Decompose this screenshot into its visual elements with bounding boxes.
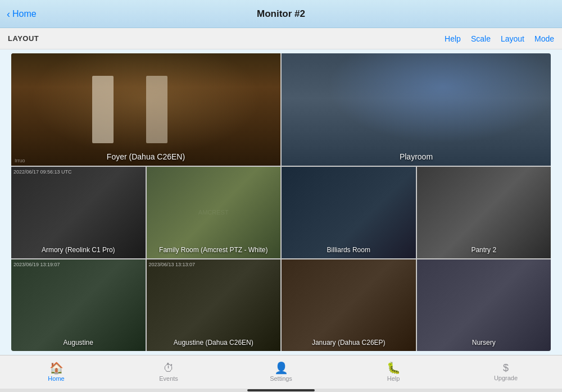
camera-label-pantry: Pantry 2 (417, 246, 551, 254)
camera-augustine2[interactable]: 2023/06/13 13:13:07 Augustine (Dahua C26… (147, 259, 281, 351)
camera-label-augustine2: Augustine (Dahua C26EN) (147, 339, 281, 347)
nav-label-events: Events (159, 375, 178, 382)
home-indicator-bar (247, 389, 315, 391)
camera-timestamp-armory: 2022/06/17 09:56:13 UTC (13, 169, 72, 175)
nav-item-upgrade[interactable]: $ Upgrade (450, 363, 562, 381)
scale-action[interactable]: Scale (471, 34, 491, 43)
camera-row-3: 2023/06/19 13:19:07 Augustine 2023/06/13… (11, 259, 551, 351)
camera-augustine1[interactable]: 2023/06/19 13:19:07 Augustine (11, 259, 146, 351)
camera-label-family: Family Room (Amcrest PTZ - White) (147, 246, 281, 254)
bottom-nav: 🏠 Home ⏱ Events 👤 Settings 🐛 Help $ Upgr… (0, 355, 562, 389)
layout-action[interactable]: Layout (501, 34, 524, 43)
camera-foyer[interactable]: Irruo Foyer (Dahua C26EN) (11, 53, 280, 166)
nav-label-upgrade: Upgrade (494, 375, 518, 381)
nav-label-settings: Settings (270, 375, 292, 382)
mode-action[interactable]: Mode (534, 34, 554, 43)
layout-actions: Help Scale Layout Mode (445, 34, 554, 43)
camera-watermark-family: AMCREST (198, 209, 229, 216)
nav-item-home[interactable]: 🏠 Home (0, 362, 112, 382)
camera-label-nursery: Nursery (417, 339, 551, 347)
camera-january[interactable]: January (Dahua C26EP) (282, 259, 416, 351)
nav-label-help: Help (387, 375, 400, 382)
camera-label-playroom: Playroom (282, 152, 551, 161)
upgrade-icon: $ (503, 363, 509, 373)
layout-label: LAYOUT (8, 34, 39, 43)
camera-label-foyer: Foyer (Dahua C26EN) (11, 152, 280, 161)
camera-row-1: Irruo Foyer (Dahua C26EN) Playroom (11, 53, 551, 166)
camera-label-armory: Armory (Reolink C1 Pro) (11, 246, 146, 254)
page-title: Monitor #2 (257, 8, 305, 20)
camera-pantry[interactable]: Pantry 2 (417, 167, 551, 258)
back-label: Home (12, 9, 37, 19)
help-action[interactable]: Help (445, 34, 461, 43)
camera-timestamp-augustine1: 2023/06/19 13:19:07 (13, 262, 60, 267)
nav-item-settings[interactable]: 👤 Settings (225, 362, 337, 382)
help-icon: 🐛 (387, 362, 401, 373)
home-icon: 🏠 (49, 362, 64, 373)
nav-item-help[interactable]: 🐛 Help (337, 362, 450, 382)
camera-playroom[interactable]: Playroom (282, 53, 551, 166)
layout-bar: LAYOUT Help Scale Layout Mode (0, 28, 562, 49)
camera-timestamp-augustine2: 2023/06/13 13:13:07 (149, 262, 196, 267)
top-bar: ‹ Home Monitor #2 (0, 0, 562, 28)
camera-armory[interactable]: 2022/06/17 09:56:13 UTC Armory (Reolink … (11, 167, 146, 258)
events-icon: ⏱ (163, 362, 174, 373)
camera-billiards[interactable]: Billiards Room (282, 167, 416, 258)
camera-family[interactable]: AMCREST Family Room (Amcrest PTZ - White… (147, 167, 281, 258)
camera-grid: Irruo Foyer (Dahua C26EN) Playroom 2022/… (11, 53, 551, 351)
camera-nursery[interactable]: Nursery (417, 259, 551, 351)
back-chevron-icon: ‹ (7, 9, 10, 19)
camera-label-january: January (Dahua C26EP) (282, 339, 416, 347)
settings-icon: 👤 (274, 362, 288, 373)
nav-label-home: Home (48, 375, 64, 382)
camera-label-billiards: Billiards Room (282, 246, 416, 254)
home-indicator (0, 389, 562, 392)
back-button[interactable]: ‹ Home (7, 9, 37, 19)
camera-row-2: 2022/06/17 09:56:13 UTC Armory (Reolink … (11, 167, 551, 258)
camera-area: Irruo Foyer (Dahua C26EN) Playroom 2022/… (0, 49, 562, 355)
nav-item-events[interactable]: ⏱ Events (112, 362, 225, 382)
camera-label-augustine1: Augustine (11, 339, 146, 347)
